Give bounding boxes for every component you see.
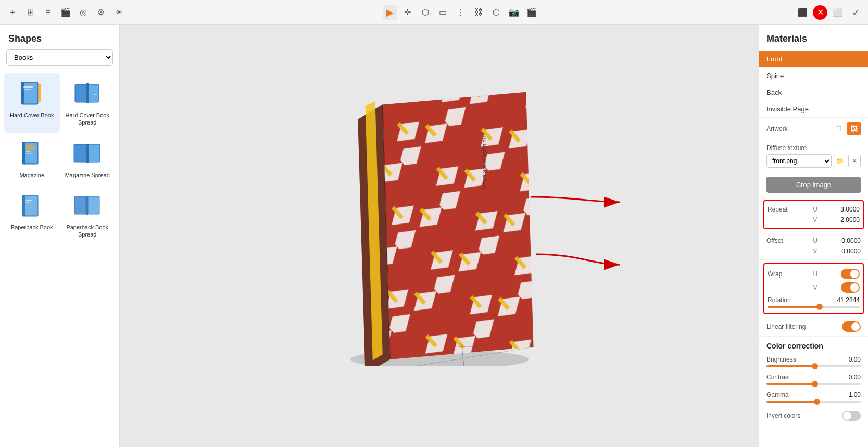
- hard-cover-book-icon: [17, 79, 46, 108]
- gamma-value: 1.00: [849, 391, 861, 399]
- offset-v-row: V 0.0000: [766, 246, 861, 256]
- grid-icon[interactable]: ⊞: [23, 5, 37, 20]
- select-tool[interactable]: ▶: [383, 5, 397, 20]
- main-layout: Shapes Books Boxes Bags Electronics Clot…: [0, 25, 868, 447]
- svg-rect-4: [23, 89, 31, 90]
- svg-rect-25: [88, 196, 99, 214]
- shape-item-hard-cover-book-spread[interactable]: Hard Cover Book Spread: [60, 73, 116, 133]
- shape-item-magazine[interactable]: Magazine: [4, 133, 60, 185]
- offset-section: Offset U 0.0000 V 0.0000: [759, 232, 868, 260]
- paperback-book-spread-label: Paperback Book Spread: [64, 223, 111, 239]
- svg-rect-18: [86, 144, 89, 163]
- brightness-slider[interactable]: [766, 365, 861, 367]
- svg-rect-17: [87, 144, 100, 162]
- main-toolbar: ＋ ⊞ ≡ 🎬 ◎ ⚙ ☀ ▶ ✛ ⬡ ▭ ⋮ ⛓ ⬡ 📷 🎬 ⬛ ✕ ⬜ ⤢: [0, 0, 868, 25]
- camera-icon[interactable]: 📷: [507, 5, 521, 20]
- diffuse-label: Diffuse texture: [766, 144, 861, 152]
- brightness-fill: [766, 365, 814, 367]
- repeat-section: Repeat U 3.0000 V 2.0000: [763, 200, 864, 229]
- shape-item-magazine-spread[interactable]: Magazine Spread: [60, 133, 116, 185]
- contrast-slider[interactable]: [766, 383, 861, 385]
- diffuse-select[interactable]: front.png back.png spine.png: [766, 154, 832, 168]
- shape-item-hard-cover-book[interactable]: Hard Cover Book: [4, 73, 60, 133]
- svg-rect-22: [25, 200, 32, 201]
- panel-title: Materials: [759, 25, 868, 51]
- artwork-image-btn[interactable]: 🖼: [847, 122, 861, 135]
- magazine-label: Magazine: [19, 171, 44, 179]
- wrap-v-key: V: [813, 284, 822, 291]
- film-icon[interactable]: 🎬: [524, 5, 539, 20]
- offset-label: Offset: [766, 237, 792, 244]
- rotation-header: Rotation 41.2844: [768, 296, 860, 304]
- svg-rect-23: [25, 202, 30, 203]
- shapes-category-select[interactable]: Books Boxes Bags Electronics Clothing: [6, 49, 113, 66]
- shape-item-paperback-book-spread[interactable]: Paperback Book Spread: [60, 185, 116, 245]
- svg-rect-14: [26, 151, 31, 152]
- move-tool[interactable]: ✛: [400, 5, 415, 20]
- sun-icon[interactable]: ☀: [111, 5, 126, 20]
- offset-v-value: 0.0000: [841, 247, 861, 255]
- add-icon[interactable]: ＋: [5, 5, 20, 20]
- svg-rect-24: [74, 196, 86, 214]
- rotation-slider-track[interactable]: [768, 306, 860, 308]
- contrast-value: 0.00: [849, 374, 861, 381]
- svg-rect-2: [21, 82, 24, 104]
- location-tool[interactable]: ⬡: [489, 5, 504, 20]
- target-icon[interactable]: ◎: [76, 5, 91, 20]
- close-red-icon[interactable]: ✕: [813, 5, 827, 20]
- gamma-label: Gamma: [766, 391, 789, 399]
- tab-front[interactable]: Front: [759, 51, 868, 68]
- repeat-u-row: Repeat U 3.0000: [768, 204, 860, 215]
- shape-item-paperback-book[interactable]: Paperback Book: [4, 185, 60, 245]
- diffuse-clear-btn[interactable]: ✕: [848, 155, 861, 167]
- sidebar-title: Shapes: [0, 25, 119, 49]
- linear-filtering-toggle[interactable]: [842, 321, 861, 332]
- wrap-label: Wrap: [768, 270, 794, 278]
- gamma-slider[interactable]: [766, 401, 861, 403]
- nodes-tool[interactable]: ⋮: [454, 5, 468, 20]
- repeat-v-row: V 2.0000: [768, 215, 860, 225]
- diffuse-folder-btn[interactable]: 📁: [834, 155, 846, 167]
- tab-invisible-page[interactable]: Invisible Page: [759, 101, 868, 118]
- artwork-empty-btn[interactable]: ☐: [832, 122, 845, 135]
- book-3d-model: THE BEST BOOK EVER!: [341, 90, 538, 366]
- canvas-area[interactable]: THE BEST BOOK EVER!: [120, 25, 759, 447]
- wrap-u-toggle[interactable]: [841, 269, 860, 279]
- repeat-label: Repeat: [768, 206, 794, 213]
- shapes-grid: Hard Cover Book Hard Cover Book Spread: [0, 73, 119, 244]
- crop-image-button[interactable]: Crop image: [766, 177, 861, 193]
- brightness-row: Brightness 0.00: [759, 353, 868, 371]
- contrast-header: Contrast 0.00: [766, 374, 861, 381]
- linear-filtering-label: Linear filtering: [766, 323, 806, 330]
- fullscreen-icon[interactable]: ⤢: [848, 5, 863, 20]
- linear-filtering-row: Linear filtering: [759, 317, 868, 337]
- rect-tool[interactable]: ▭: [436, 5, 450, 20]
- svg-rect-6: [75, 84, 86, 102]
- rotation-slider-fill: [768, 306, 818, 308]
- invert-colors-toggle[interactable]: [842, 411, 861, 421]
- lasso-tool[interactable]: ⬡: [418, 5, 433, 20]
- rotation-row: Rotation 41.2844: [768, 294, 860, 310]
- wrap-v-toggle[interactable]: [841, 282, 860, 293]
- sidebar-dropdown[interactable]: Books Boxes Bags Electronics Clothing: [6, 49, 113, 66]
- svg-rect-13: [26, 145, 34, 150]
- color-correction-title: Color correction: [759, 337, 868, 353]
- shape-tool[interactable]: ⛓: [471, 5, 486, 20]
- brightness-label: Brightness: [766, 356, 796, 363]
- offset-u-key: U: [813, 237, 821, 244]
- contrast-fill: [766, 383, 814, 385]
- settings-icon[interactable]: ⚙: [94, 5, 108, 20]
- tab-spine[interactable]: Spine: [759, 68, 868, 84]
- paperback-book-icon: [17, 191, 46, 220]
- window-icon[interactable]: ⬜: [831, 5, 845, 20]
- repeat-u-key: U: [813, 206, 821, 213]
- hard-cover-book-spread-label: Hard Cover Book Spread: [64, 111, 111, 127]
- right-panel: Materials Front Spine Back Invisible Pag…: [759, 25, 868, 447]
- tab-back[interactable]: Back: [759, 84, 868, 101]
- wrap-u-key: U: [813, 270, 822, 278]
- wrap-v-row: V: [768, 281, 860, 294]
- rotation-value: 41.2844: [837, 296, 860, 304]
- cube-icon[interactable]: ⬛: [795, 5, 810, 20]
- menu-icon[interactable]: ≡: [41, 5, 55, 20]
- video-icon[interactable]: 🎬: [58, 5, 73, 20]
